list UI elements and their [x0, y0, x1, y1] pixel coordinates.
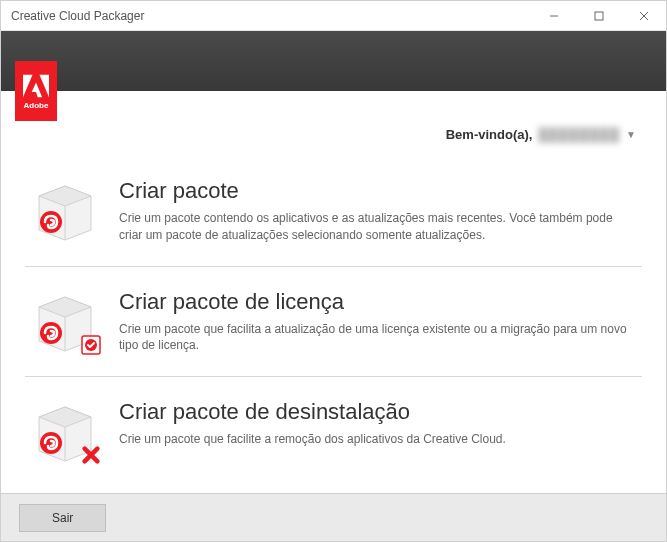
adobe-logo: Adobe	[15, 61, 57, 121]
option-title: Criar pacote de desinstalação	[119, 399, 634, 425]
option-description: Crie um pacote que facilita a atualizaçã…	[119, 321, 634, 355]
close-button[interactable]	[621, 1, 666, 31]
main-content: Bem-vindo(a), ████████ ▼ Criar pacote Cr…	[1, 91, 666, 493]
chevron-down-icon: ▼	[626, 129, 636, 140]
package-license-icon	[33, 289, 97, 353]
option-title: Criar pacote	[119, 178, 634, 204]
window-controls	[531, 1, 666, 31]
package-create-icon	[33, 178, 97, 242]
option-description: Crie um pacote contendo os aplicativos e…	[119, 210, 634, 244]
package-uninstall-icon	[33, 399, 97, 463]
svg-point-7	[40, 211, 62, 233]
welcome-label: Bem-vindo(a),	[446, 127, 533, 142]
option-create-license-package[interactable]: Criar pacote de licença Crie um pacote q…	[25, 267, 642, 378]
adobe-logo-text: Adobe	[24, 101, 49, 110]
option-create-uninstall-package[interactable]: Criar pacote de desinstalação Crie um pa…	[25, 377, 642, 485]
option-text: Criar pacote de desinstalação Crie um pa…	[119, 399, 634, 448]
maximize-button[interactable]	[576, 1, 621, 31]
footer-bar: Sair	[1, 493, 666, 541]
header-band: Adobe	[1, 31, 666, 91]
exit-button[interactable]: Sair	[19, 504, 106, 532]
options-list: Criar pacote Crie um pacote contendo os …	[21, 156, 646, 485]
svg-rect-1	[595, 12, 603, 20]
welcome-user-dropdown[interactable]: Bem-vindo(a), ████████ ▼	[21, 105, 646, 156]
option-description: Crie um pacote que facilite a remoção do…	[119, 431, 634, 448]
window-title: Creative Cloud Packager	[1, 9, 531, 23]
svg-point-11	[40, 322, 62, 344]
window-titlebar: Creative Cloud Packager	[1, 1, 666, 31]
svg-point-17	[40, 432, 62, 454]
minimize-button[interactable]	[531, 1, 576, 31]
option-text: Criar pacote de licença Crie um pacote q…	[119, 289, 634, 355]
check-badge-icon	[81, 335, 101, 355]
option-text: Criar pacote Crie um pacote contendo os …	[119, 178, 634, 244]
remove-badge-icon	[81, 445, 101, 465]
welcome-username: ████████	[538, 127, 620, 142]
option-title: Criar pacote de licença	[119, 289, 634, 315]
option-create-package[interactable]: Criar pacote Crie um pacote contendo os …	[25, 156, 642, 267]
